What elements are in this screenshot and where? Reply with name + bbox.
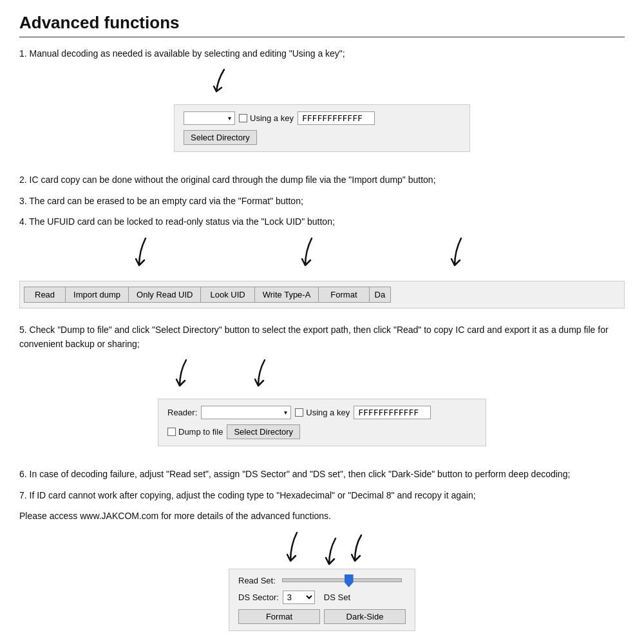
section5-text: 5. Check "Dump to file" and click "Selec… (19, 323, 625, 352)
only-read-uid-button[interactable]: Only Read UID (129, 287, 201, 303)
readset-label: Read Set: (238, 576, 276, 585)
da-button[interactable]: Da (370, 287, 392, 303)
key-dropdown[interactable]: ▾ (184, 111, 235, 125)
section3-text: 3. The card can be erased to be an empty… (19, 194, 625, 208)
section-5: 5. Check "Dump to file" and click "Selec… (19, 323, 625, 453)
format-button2[interactable]: Format (238, 609, 320, 624)
arrow-seldir-icon (253, 357, 276, 391)
arrow1-icon (213, 67, 236, 98)
key-input2[interactable] (354, 406, 431, 419)
look-uid-button[interactable]: Look UID (201, 287, 254, 303)
readset-slider[interactable] (282, 578, 402, 582)
section4-text: 4. The UFUID card can be locked to read-… (19, 214, 625, 229)
jakcom-text: Please access www.JAKCOM.com for more de… (19, 509, 625, 523)
section-67: 6. In case of decoding failure, adjust "… (19, 467, 625, 630)
slider-thumb (345, 574, 354, 587)
section-234: 2. IC card copy can be done without the … (19, 173, 625, 308)
arrow-readset-icon (285, 530, 308, 566)
ds-sector-select[interactable]: 3 1 2 4 (283, 591, 315, 604)
using-key-checkbox-label[interactable]: Using a key (239, 113, 294, 123)
section7-text: 7. If ID card cannot work after copying,… (19, 488, 625, 502)
select-directory-button2[interactable]: Select Directory (227, 424, 300, 439)
section1-text: 1. Manual decoding as needed is availabl… (19, 46, 625, 61)
using-key-label: Using a key (250, 113, 294, 123)
section6-text: 6. In case of decoding failure, adjust "… (19, 467, 625, 481)
using-key-checkbox2-label[interactable]: Using a key (295, 408, 350, 417)
key-input[interactable] (298, 111, 375, 125)
darkside-button[interactable]: Dark-Side (324, 609, 406, 624)
arrow-dump-icon (175, 357, 198, 391)
dump-to-file-checkbox[interactable] (167, 428, 176, 436)
select-directory-button[interactable]: Select Directory (184, 130, 257, 145)
using-key-label2: Using a key (306, 408, 350, 417)
using-key-checkbox[interactable] (239, 114, 247, 122)
arrow-darkside-icon (324, 536, 347, 569)
write-type-a-button[interactable]: Write Type-A (255, 287, 319, 303)
reader-dropdown[interactable]: ▾ (201, 406, 291, 419)
section-1: 1. Manual decoding as needed is availabl… (19, 46, 625, 158)
ds-set-label: DS Set (324, 592, 350, 602)
arrow-lookuid-icon (300, 236, 323, 271)
dump-to-file-text: Dump to file (178, 427, 223, 437)
buttons-mockup: Read Import dump Only Read UID Look UID … (19, 281, 625, 308)
ds-sector-label: DS Sector: (238, 592, 279, 602)
arrow-format-icon (450, 236, 473, 271)
dump-to-file-label[interactable]: Dump to file (167, 427, 223, 437)
format-button[interactable]: Format (319, 287, 369, 303)
using-key-checkbox2[interactable] (295, 408, 303, 417)
import-dump-button[interactable]: Import dump (66, 287, 129, 303)
arrow-import-icon (134, 236, 157, 271)
readset-mockup: Read Set: DS Sector: 3 1 2 4 DS Set (229, 569, 415, 631)
reader-label: Reader: (167, 408, 197, 417)
section2-text: 2. IC card copy can be done without the … (19, 173, 625, 187)
arrow-dsset-icon (350, 533, 373, 566)
page-title: Advanced functions (19, 13, 625, 37)
read-button[interactable]: Read (24, 287, 66, 303)
